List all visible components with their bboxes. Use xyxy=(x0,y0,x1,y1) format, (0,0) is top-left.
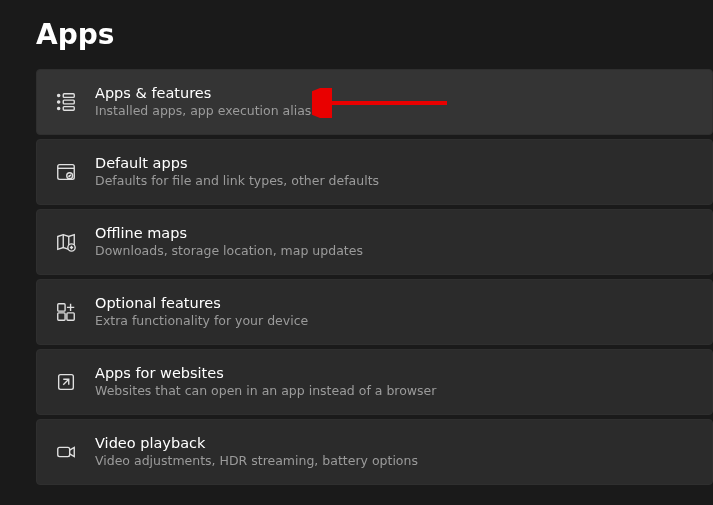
card-optional-features[interactable]: Optional features Extra functionality fo… xyxy=(36,279,713,345)
card-title: Apps for websites xyxy=(95,364,436,382)
card-apps-for-websites[interactable]: Apps for websites Websites that can open… xyxy=(36,349,713,415)
svg-rect-9 xyxy=(58,304,65,311)
card-apps-features[interactable]: Apps & features Installed apps, app exec… xyxy=(36,69,713,135)
card-default-apps[interactable]: Default apps Defaults for file and link … xyxy=(36,139,713,205)
card-video-playback[interactable]: Video playback Video adjustments, HDR st… xyxy=(36,419,713,485)
card-subtitle: Installed apps, app execution aliases xyxy=(95,103,326,119)
svg-rect-4 xyxy=(63,100,74,104)
page-title: Apps xyxy=(36,18,713,51)
apps-for-websites-icon xyxy=(55,371,95,393)
card-offline-maps[interactable]: Offline maps Downloads, storage location… xyxy=(36,209,713,275)
svg-point-1 xyxy=(58,101,60,103)
default-apps-icon xyxy=(55,161,95,183)
card-title: Apps & features xyxy=(95,84,326,102)
svg-rect-3 xyxy=(63,94,74,98)
card-subtitle: Video adjustments, HDR streaming, batter… xyxy=(95,453,418,469)
svg-rect-13 xyxy=(58,447,70,456)
card-subtitle: Websites that can open in an app instead… xyxy=(95,383,436,399)
svg-point-0 xyxy=(58,94,60,96)
optional-features-icon xyxy=(55,301,95,323)
card-title: Offline maps xyxy=(95,224,363,242)
card-subtitle: Defaults for file and link types, other … xyxy=(95,173,379,189)
svg-rect-10 xyxy=(58,313,65,320)
card-title: Optional features xyxy=(95,294,308,312)
apps-features-icon xyxy=(55,91,95,113)
card-subtitle: Downloads, storage location, map updates xyxy=(95,243,363,259)
settings-list: Apps & features Installed apps, app exec… xyxy=(36,69,713,485)
svg-rect-11 xyxy=(67,313,74,320)
svg-point-2 xyxy=(58,107,60,109)
card-title: Default apps xyxy=(95,154,379,172)
svg-rect-5 xyxy=(63,107,74,111)
video-playback-icon xyxy=(55,441,95,463)
offline-maps-icon xyxy=(55,231,95,253)
card-subtitle: Extra functionality for your device xyxy=(95,313,308,329)
card-title: Video playback xyxy=(95,434,418,452)
